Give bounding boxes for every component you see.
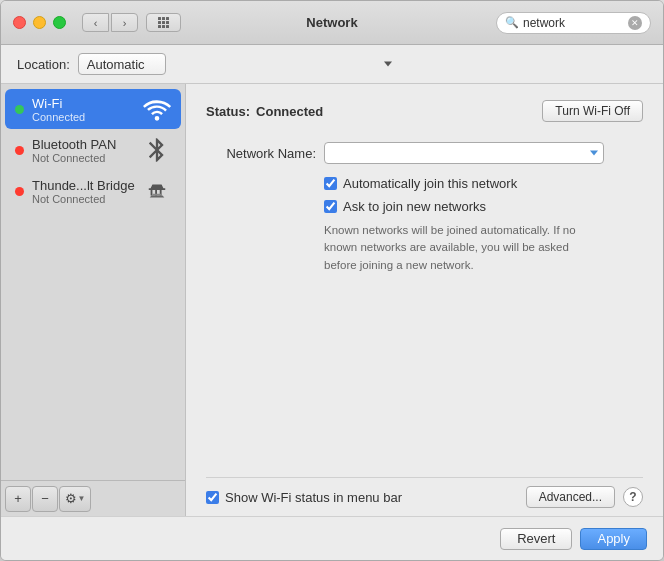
add-network-button[interactable]: + [5, 486, 31, 512]
search-clear-button[interactable]: ✕ [628, 16, 642, 30]
sidebar-item-bluetooth-text: Bluetooth PAN Not Connected [32, 137, 135, 164]
nav-buttons: ‹ › [82, 13, 138, 32]
main-area: Location: Automatic Home Work Wi-Fi [1, 45, 663, 560]
spacer [206, 290, 643, 469]
ask-join-row: Ask to join new networks [206, 199, 643, 214]
sidebar-item-bridge[interactable]: Thunde...lt Bridge Not Connected [5, 171, 181, 211]
back-button[interactable]: ‹ [82, 13, 109, 32]
sidebar-item-bluetooth[interactable]: Bluetooth PAN Not Connected [5, 130, 181, 170]
show-wifi-row: Show Wi-Fi status in menu bar [206, 490, 526, 505]
status-dot-bridge [15, 187, 24, 196]
gear-icon: ⚙ [65, 491, 77, 506]
network-actions-button[interactable]: ⚙ ▼ [59, 486, 91, 512]
sidebar-item-bridge-status: Not Connected [32, 193, 135, 205]
status-dot-bluetooth [15, 146, 24, 155]
bottom-bar: Show Wi-Fi status in menu bar Advanced..… [206, 477, 643, 516]
forward-button[interactable]: › [111, 13, 138, 32]
search-input[interactable] [523, 16, 623, 30]
sidebar-item-bridge-text: Thunde...lt Bridge Not Connected [32, 178, 135, 205]
show-wifi-label: Show Wi-Fi status in menu bar [225, 490, 402, 505]
sidebar-toolbar: + − ⚙ ▼ [1, 480, 185, 516]
network-name-row: Network Name: [206, 142, 643, 164]
status-row: Status: Connected Turn Wi-Fi Off [206, 100, 643, 122]
content-area: Wi-Fi Connected Bluetooth [1, 84, 663, 516]
chevron-down-icon: ▼ [78, 494, 86, 503]
sidebar-item-wifi[interactable]: Wi-Fi Connected [5, 89, 181, 129]
auto-join-label: Automatically join this network [343, 176, 517, 191]
auto-join-checkbox[interactable] [324, 177, 337, 190]
advanced-button[interactable]: Advanced... [526, 486, 615, 508]
ask-join-label: Ask to join new networks [343, 199, 486, 214]
minimize-button[interactable]: − [33, 16, 46, 29]
sidebar-item-wifi-text: Wi-Fi Connected [32, 96, 135, 123]
window-title: Network [306, 15, 357, 30]
plus-icon: + [14, 491, 22, 506]
detail-panel: Status: Connected Turn Wi-Fi Off Network… [186, 84, 663, 516]
network-window: ✕ − + ‹ › Network 🔍 ✕ Location: [0, 0, 664, 561]
titlebar: ✕ − + ‹ › Network 🔍 ✕ [1, 1, 663, 45]
traffic-lights: ✕ − + [13, 16, 66, 29]
sidebar-list: Wi-Fi Connected Bluetooth [1, 84, 185, 480]
status-dot-wifi [15, 105, 24, 114]
wifi-icon [143, 95, 171, 123]
turn-off-button[interactable]: Turn Wi-Fi Off [542, 100, 643, 122]
status-value: Connected [256, 104, 323, 119]
sidebar-item-wifi-name: Wi-Fi [32, 96, 135, 111]
location-bar: Location: Automatic Home Work [1, 45, 663, 84]
bridge-icon [143, 177, 171, 205]
status-label: Status: [206, 104, 250, 119]
location-label: Location: [17, 57, 70, 72]
sidebar: Wi-Fi Connected Bluetooth [1, 84, 186, 516]
maximize-button[interactable]: + [53, 16, 66, 29]
footer: Revert Apply [1, 516, 663, 560]
network-name-label: Network Name: [206, 146, 316, 161]
close-button[interactable]: ✕ [13, 16, 26, 29]
network-name-select-wrapper [324, 142, 604, 164]
location-select[interactable]: Automatic Home Work [78, 53, 166, 75]
sidebar-item-bridge-name: Thunde...lt Bridge [32, 178, 135, 193]
search-box: 🔍 ✕ [496, 12, 651, 34]
bluetooth-icon [143, 136, 171, 164]
ask-join-checkbox[interactable] [324, 200, 337, 213]
search-icon: 🔍 [505, 16, 519, 29]
revert-button[interactable]: Revert [500, 528, 572, 550]
auto-join-row: Automatically join this network [206, 176, 643, 191]
grid-view-button[interactable] [146, 13, 181, 32]
sidebar-item-bluetooth-status: Not Connected [32, 152, 135, 164]
remove-network-button[interactable]: − [32, 486, 58, 512]
show-wifi-checkbox[interactable] [206, 491, 219, 504]
help-button[interactable]: ? [623, 487, 643, 507]
grid-icon [158, 17, 169, 28]
network-name-select[interactable] [324, 142, 604, 164]
minus-icon: − [41, 491, 49, 506]
sidebar-item-bluetooth-name: Bluetooth PAN [32, 137, 135, 152]
sidebar-item-wifi-status: Connected [32, 111, 135, 123]
help-text: Known networks will be joined automatica… [206, 222, 586, 274]
apply-button[interactable]: Apply [580, 528, 647, 550]
location-select-wrapper: Automatic Home Work [78, 53, 398, 75]
